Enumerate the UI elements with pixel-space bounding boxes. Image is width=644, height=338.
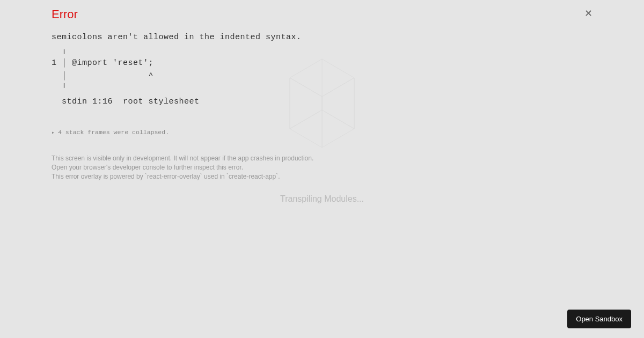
error-message: semicolons aren't allowed in the indente… <box>52 31 592 108</box>
error-footer: This screen is visible only in developme… <box>52 154 592 181</box>
collapsed-stack-frames[interactable]: 4 stack frames were collapsed. <box>52 129 592 136</box>
error-title: Error <box>52 8 78 21</box>
close-icon: ✕ <box>584 8 592 19</box>
transpiling-status: Transpiling Modules... <box>280 194 364 204</box>
open-sandbox-button[interactable]: Open Sandbox <box>567 310 631 328</box>
footer-line-1: This screen is visible only in developme… <box>52 154 592 163</box>
close-button[interactable]: ✕ <box>584 9 592 18</box>
footer-line-2: Open your browser's developer console to… <box>52 163 592 172</box>
collapsed-stack-label: 4 stack frames were collapsed. <box>58 129 169 136</box>
error-overlay: Error ✕ semicolons aren't allowed in the… <box>0 0 644 181</box>
footer-line-3: This error overlay is powered by `react-… <box>52 172 592 181</box>
